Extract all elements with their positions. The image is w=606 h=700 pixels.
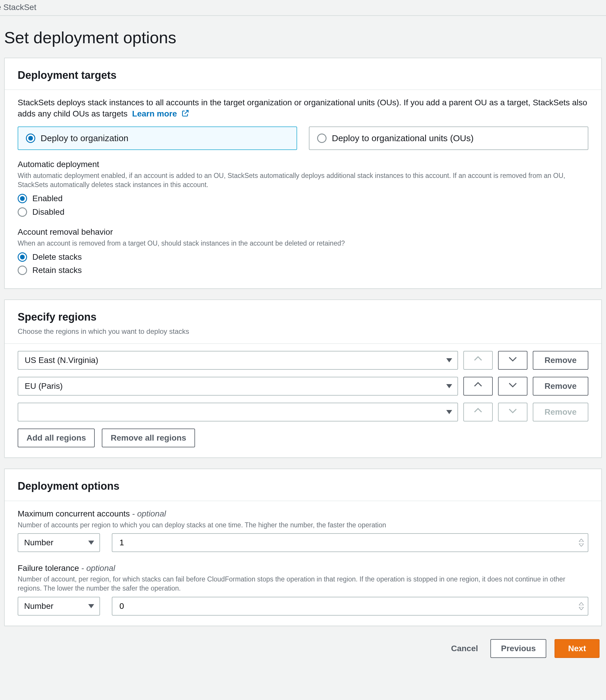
region-move-down-button (498, 403, 528, 421)
max-concurrent-input[interactable] (119, 534, 572, 552)
caret-down-icon (446, 410, 452, 414)
caret-down-icon (88, 541, 94, 545)
failure-tolerance-type-value: Number (24, 601, 53, 612)
retain-stacks-radio[interactable]: Retain stacks (18, 265, 588, 276)
failure-tolerance-label: Failure tolerance - optional (18, 563, 588, 574)
chevron-down-icon (508, 380, 517, 392)
remove-all-regions-button[interactable]: Remove all regions (102, 428, 195, 447)
caret-down-icon (446, 384, 452, 388)
region-select-value: EU (Paris) (25, 380, 63, 392)
account-removal-help: When an account is removed from a target… (18, 239, 588, 248)
radio-icon (18, 207, 27, 217)
next-button[interactable]: Next (555, 639, 600, 658)
svg-marker-6 (88, 604, 94, 608)
radio-icon (18, 265, 27, 275)
delete-stacks-label: Delete stacks (32, 252, 82, 263)
svg-marker-4 (579, 539, 584, 542)
region-move-up-button (463, 403, 493, 421)
max-concurrent-help: Number of accounts per region to which y… (18, 520, 588, 530)
radio-icon (18, 252, 27, 262)
automatic-deployment-help: With automatic deployment enabled, if an… (18, 171, 588, 189)
specify-regions-heading: Specify regions (18, 310, 588, 324)
svg-marker-2 (446, 410, 452, 414)
deploy-to-organization-label: Deploy to organization (41, 132, 129, 144)
auto-enabled-radio[interactable]: Enabled (18, 193, 588, 204)
region-move-down-button[interactable] (498, 351, 528, 370)
max-concurrent-type-select[interactable]: Number (18, 533, 100, 552)
deployment-targets-heading: Deployment targets (18, 68, 588, 83)
delete-stacks-radio[interactable]: Delete stacks (18, 252, 588, 263)
retain-stacks-label: Retain stacks (32, 265, 82, 276)
svg-marker-1 (446, 384, 452, 388)
region-move-up-button (463, 351, 493, 370)
region-move-down-button[interactable] (498, 377, 528, 396)
radio-icon (26, 134, 35, 143)
deployment-targets-panel: Deployment targets StackSets deploys sta… (4, 57, 602, 289)
svg-marker-8 (579, 607, 584, 610)
auto-enabled-label: Enabled (32, 193, 63, 204)
failure-tolerance-help: Number of account, per region, for which… (18, 575, 588, 593)
wizard-footer: Cancel Previous Next (0, 637, 606, 658)
add-all-regions-button[interactable]: Add all regions (18, 428, 95, 447)
max-concurrent-input-wrapper (112, 533, 588, 552)
external-link-icon (182, 109, 189, 116)
breadcrumb: e StackSet (0, 2, 36, 13)
chevron-down-icon (508, 354, 517, 366)
caret-down-icon (446, 358, 452, 363)
chevron-up-icon (473, 406, 483, 418)
deployment-options-panel: Deployment options Maximum concurrent ac… (4, 469, 602, 626)
number-stepper-icon[interactable] (579, 539, 584, 546)
automatic-deployment-label: Automatic deployment (18, 159, 588, 170)
region-select[interactable]: US East (N.Virginia) (18, 351, 458, 370)
cancel-button[interactable]: Cancel (447, 641, 482, 656)
failure-tolerance-input[interactable] (119, 597, 572, 615)
svg-marker-7 (579, 602, 584, 605)
specify-regions-panel: Specify regions Choose the regions in wh… (4, 299, 602, 458)
specify-regions-sub: Choose the regions in which you want to … (18, 327, 588, 336)
deploy-to-ous-tile[interactable]: Deploy to organizational units (OUs) (309, 126, 588, 150)
auto-disabled-radio[interactable]: Disabled (18, 207, 588, 218)
region-row: EU (Paris)Remove (18, 377, 588, 396)
region-row: Remove (18, 403, 588, 421)
region-move-up-button[interactable] (463, 377, 493, 396)
failure-tolerance-input-wrapper (112, 597, 588, 615)
number-stepper-icon[interactable] (579, 602, 584, 610)
max-concurrent-label: Maximum concurrent accounts - optional (18, 508, 588, 519)
region-select-value: US East (N.Virginia) (25, 355, 98, 366)
learn-more-link[interactable]: Learn more (132, 109, 177, 118)
deployment-options-heading: Deployment options (18, 479, 588, 493)
radio-icon (317, 134, 327, 143)
region-select[interactable] (18, 403, 458, 421)
deploy-to-ous-label: Deploy to organizational units (OUs) (332, 132, 474, 144)
chevron-up-icon (473, 380, 483, 392)
targets-description-block: StackSets deploys stack instances to all… (18, 97, 588, 119)
svg-marker-3 (88, 541, 94, 545)
region-row: US East (N.Virginia)Remove (18, 351, 588, 370)
page-title: Set deployment options (4, 26, 606, 49)
svg-marker-0 (446, 358, 452, 363)
chevron-up-icon (473, 354, 483, 366)
failure-tolerance-type-select[interactable]: Number (18, 597, 100, 615)
chevron-down-icon (508, 406, 517, 418)
targets-description: StackSets deploys stack instances to all… (18, 98, 587, 118)
svg-marker-5 (579, 543, 584, 546)
auto-disabled-label: Disabled (32, 207, 65, 218)
region-select[interactable]: EU (Paris) (18, 377, 458, 396)
region-remove-button[interactable]: Remove (533, 351, 588, 370)
previous-button[interactable]: Previous (490, 639, 546, 658)
account-removal-label: Account removal behavior (18, 227, 588, 238)
region-remove-button[interactable]: Remove (533, 377, 588, 396)
region-remove-button: Remove (533, 403, 588, 421)
radio-icon (18, 194, 27, 203)
deploy-to-organization-tile[interactable]: Deploy to organization (18, 126, 297, 150)
max-concurrent-type-value: Number (24, 537, 53, 548)
caret-down-icon (88, 604, 94, 608)
